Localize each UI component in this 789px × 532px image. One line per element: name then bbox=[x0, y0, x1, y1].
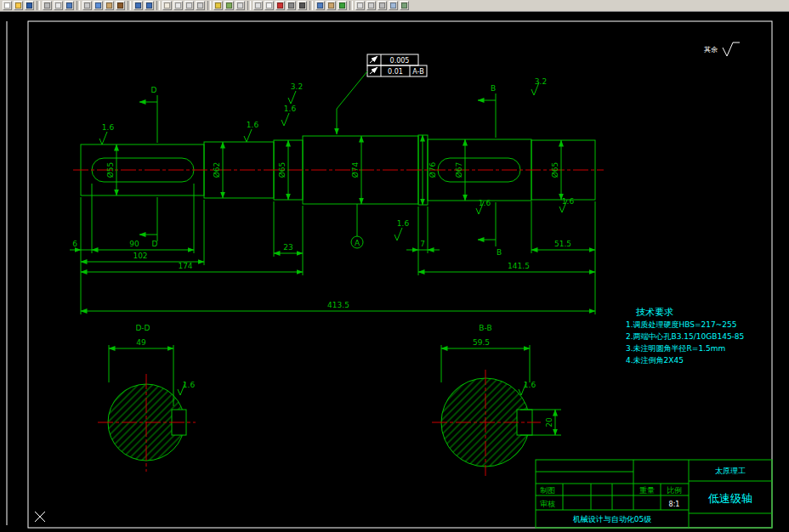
roughness-value: 3.2 bbox=[535, 77, 547, 86]
roughness-icon bbox=[723, 42, 740, 56]
roughness-value: 1.6 bbox=[524, 381, 536, 389]
toolbar-separator bbox=[128, 1, 131, 10]
dimension-icon[interactable] bbox=[355, 1, 365, 10]
orbit-icon[interactable] bbox=[400, 1, 409, 10]
section-d-label-top: D bbox=[151, 86, 157, 94]
section-b-label-top: B bbox=[491, 84, 496, 93]
properties-icon[interactable] bbox=[315, 1, 325, 10]
designcenter-icon[interactable] bbox=[326, 1, 336, 10]
open-icon[interactable] bbox=[14, 1, 23, 10]
dia-74: Ø74 bbox=[351, 161, 360, 178]
color-control-icon[interactable] bbox=[275, 1, 285, 10]
block-icon[interactable] bbox=[389, 1, 398, 10]
roughness-value: 1.6 bbox=[183, 381, 196, 389]
section-cut-d: D D bbox=[139, 86, 158, 248]
roughness-icon bbox=[288, 91, 296, 104]
pan-icon[interactable] bbox=[162, 1, 172, 10]
drawing-canvas[interactable]: 其余 0.005 0.01 A-B A Ø55 bbox=[0, 12, 789, 532]
surplus-roughness-note: 其余 bbox=[704, 42, 740, 56]
datum-balloon: A bbox=[351, 204, 363, 248]
toolbar-separator bbox=[349, 1, 353, 10]
section-b-label-bottom: B bbox=[497, 248, 502, 257]
roughness-value: 3.2 bbox=[291, 82, 303, 91]
print-preview-icon[interactable] bbox=[54, 1, 63, 10]
undo-icon[interactable] bbox=[133, 1, 143, 10]
titleblock-part-name: 低速级轴 bbox=[707, 492, 752, 505]
roughness-value: 1.6 bbox=[247, 121, 259, 129]
runout-icon bbox=[370, 67, 377, 74]
distance-icon[interactable] bbox=[213, 1, 223, 10]
dim-174: 174 bbox=[178, 262, 192, 270]
roughness-value: 1.6 bbox=[102, 123, 115, 132]
dim-102: 102 bbox=[133, 252, 147, 260]
print-icon[interactable] bbox=[43, 1, 52, 10]
section-d-label-bottom: D bbox=[152, 240, 158, 248]
tech-item: 2.两端中心孔B3.15/10GB145-85 bbox=[626, 332, 744, 341]
section-b-slot: 20 bbox=[545, 417, 553, 427]
roughness-icon bbox=[244, 129, 252, 142]
area-icon[interactable] bbox=[224, 1, 234, 10]
zoom-previous-icon[interactable] bbox=[196, 1, 205, 10]
spelling-icon[interactable] bbox=[65, 1, 74, 10]
hatch-icon[interactable] bbox=[377, 1, 387, 10]
match-properties-icon[interactable] bbox=[116, 1, 125, 10]
layer-control-icon[interactable] bbox=[264, 1, 274, 10]
dim-51-5: 51.5 bbox=[554, 240, 571, 248]
new-icon[interactable] bbox=[3, 1, 12, 10]
roughness-marks: 1.6 1.6 1.6 3.2 1.6 1.6 1.6 3.2 bbox=[99, 77, 574, 241]
dia-65-right: Ø65 bbox=[551, 162, 559, 178]
titleblock-course: 机械设计与自动化05级 bbox=[573, 515, 651, 524]
linetype-icon[interactable] bbox=[287, 1, 296, 10]
paste-icon[interactable] bbox=[105, 1, 114, 10]
dim-90: 90 bbox=[129, 240, 139, 248]
tolerance-frames: 0.005 0.01 A-B bbox=[337, 54, 427, 134]
toolbar-separator bbox=[77, 1, 80, 10]
redo-icon[interactable] bbox=[145, 1, 154, 10]
roughness-icon bbox=[394, 228, 402, 241]
layers-icon[interactable] bbox=[253, 1, 263, 10]
roughness-value: 1.6 bbox=[397, 219, 410, 228]
section-view-d-d: D-D 49 1.6 bbox=[98, 324, 196, 472]
length-dimensions: 6 90 102 174 23 7 51.5 141.5 413.5 bbox=[70, 184, 595, 314]
titleblock-school: 太原理工 bbox=[715, 467, 746, 475]
section-b-title: B-B bbox=[479, 324, 491, 332]
dim-6: 6 bbox=[72, 240, 77, 248]
section-d-width: 49 bbox=[136, 338, 146, 347]
section-b-width: 59.5 bbox=[473, 338, 490, 347]
tech-item: 4.未注倒角2X45 bbox=[626, 356, 684, 365]
tech-item: 1.调质处理硬度HBS=217~255 bbox=[626, 320, 737, 329]
dia-65-left: Ø65 bbox=[278, 162, 287, 178]
save-icon[interactable] bbox=[25, 1, 34, 10]
zoom-realtime-icon[interactable] bbox=[173, 1, 183, 10]
tech-requirements: 技术要求 1.调质处理硬度HBS=217~255 2.两端中心孔B3.15/10… bbox=[626, 307, 744, 365]
roughness-icon bbox=[281, 113, 289, 126]
titleblock-scale-label: 比例 bbox=[667, 486, 682, 495]
dia-55: Ø55 bbox=[106, 162, 115, 178]
runout-value-1: 0.005 bbox=[390, 57, 410, 65]
section-d-title: D-D bbox=[135, 324, 150, 332]
help-icon[interactable] bbox=[338, 1, 347, 10]
toolbar-separator bbox=[37, 1, 40, 10]
tech-item: 3.未注明圆角半径R=1.5mm bbox=[626, 344, 725, 353]
titleblock-check-label: 审核 bbox=[540, 500, 555, 508]
copy-icon[interactable] bbox=[94, 1, 103, 10]
roughness-value: 1.6 bbox=[562, 197, 575, 206]
crosshair-cursor bbox=[35, 512, 45, 522]
dia-76: Ø76 bbox=[429, 161, 437, 178]
roughness-value: 1.6 bbox=[284, 105, 297, 113]
zoom-window-icon[interactable] bbox=[184, 1, 194, 10]
titleblock-draw-label: 制图 bbox=[540, 486, 555, 495]
dia-67: Ø67 bbox=[455, 162, 463, 178]
titleblock-weight-label: 重量 bbox=[639, 486, 655, 495]
titleblock-scale-value: 8:1 bbox=[669, 501, 680, 508]
roughness-icon bbox=[99, 132, 107, 144]
runout-datum: A-B bbox=[412, 68, 423, 76]
title-block: 制图 审核 重量 比例 8:1 太原理工 低速级轴 机械设计与自动化05级 bbox=[536, 460, 772, 528]
toolbar-separator bbox=[309, 1, 313, 10]
list-icon[interactable] bbox=[236, 1, 245, 10]
cut-icon[interactable] bbox=[82, 1, 92, 10]
text-icon[interactable] bbox=[366, 1, 376, 10]
dim-7: 7 bbox=[420, 240, 425, 248]
lineweight-icon[interactable] bbox=[298, 1, 307, 10]
datum-label: A bbox=[355, 239, 360, 247]
